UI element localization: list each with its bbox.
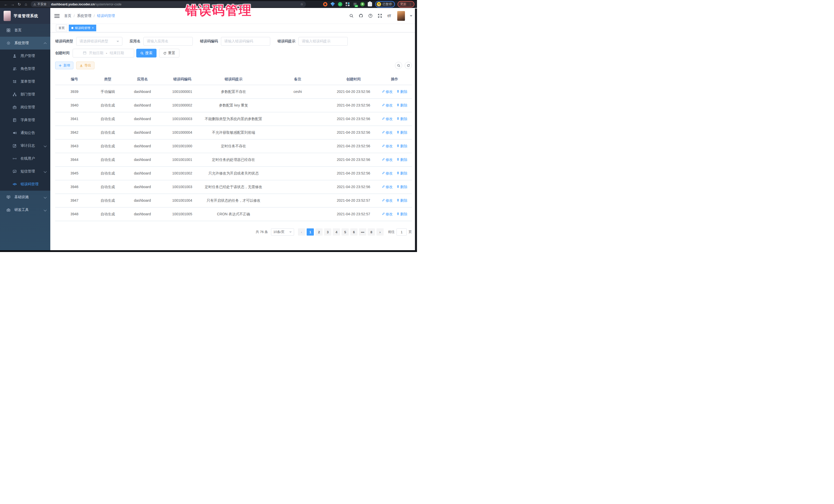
edit-link[interactable]: 修改: [382, 116, 393, 122]
delete-link[interactable]: 删除: [396, 171, 408, 176]
delete-link[interactable]: 删除: [396, 198, 408, 203]
edit-link[interactable]: 修改: [382, 171, 393, 176]
shield-extension[interactable]: [323, 2, 327, 6]
sidebar-item-9[interactable]: 审计日志: [0, 139, 50, 152]
bookmark-star-icon[interactable]: ☆: [300, 2, 303, 6]
sidebar-item-14[interactable]: 研发工具: [0, 203, 50, 216]
avatar[interactable]: [397, 11, 405, 21]
page-button-4[interactable]: 4: [333, 228, 340, 236]
page-button-3[interactable]: 3: [324, 228, 331, 236]
more-pages-icon[interactable]: •••: [359, 228, 366, 236]
error-type-select[interactable]: 请选择错误码类型: [76, 37, 123, 46]
next-page-button[interactable]: ›: [376, 228, 383, 236]
github-icon[interactable]: [358, 13, 364, 19]
refresh-button[interactable]: [405, 62, 412, 69]
page-button-6[interactable]: 6: [350, 228, 357, 236]
app-name-input[interactable]: 请输入应用名: [144, 37, 193, 46]
breadcrumb-system[interactable]: 系统管理: [77, 14, 91, 18]
sidebar-item-0[interactable]: 首页: [0, 24, 50, 37]
sidebar-item-label: 基础设施: [14, 195, 29, 199]
edit-link[interactable]: 修改: [382, 130, 393, 135]
delete-icon: [396, 184, 399, 190]
sidebar-item-2[interactable]: 用户管理: [0, 49, 50, 62]
edit-link[interactable]: 修改: [382, 103, 393, 108]
search-button[interactable]: 搜索: [136, 49, 156, 58]
edit-link[interactable]: 修改: [382, 157, 393, 162]
sidebar-item-6[interactable]: 岗位管理: [0, 101, 50, 114]
home-icon[interactable]: ⌂: [23, 2, 29, 6]
cell-actions: 修改删除: [377, 167, 412, 180]
sidebar-item-5[interactable]: 部门管理: [0, 88, 50, 101]
export-button[interactable]: 导出: [76, 62, 94, 69]
delete-link[interactable]: 删除: [396, 89, 408, 94]
goto-page-input[interactable]: 1: [396, 228, 407, 236]
cell-message: 参数配置 key 重复: [201, 98, 266, 112]
sidebar-item-12[interactable]: </>错误码管理: [0, 178, 50, 191]
toggle-search-button[interactable]: [395, 62, 402, 69]
delete-link[interactable]: 删除: [396, 157, 408, 162]
help-icon[interactable]: [368, 13, 373, 19]
delete-link[interactable]: 删除: [396, 144, 408, 149]
edit-link[interactable]: 修改: [382, 212, 393, 217]
edit-link[interactable]: 修改: [382, 144, 393, 149]
delete-link[interactable]: 删除: [396, 116, 408, 122]
sidebar-item-8[interactable]: 通知公告: [0, 127, 50, 139]
sidebar-item-1[interactable]: 系统管理: [0, 37, 50, 49]
page-size-select[interactable]: 10条/页: [271, 228, 294, 236]
page-button-2[interactable]: 2: [315, 228, 323, 236]
gem-extension[interactable]: [331, 2, 335, 6]
reload-icon[interactable]: ↻: [16, 2, 23, 7]
close-icon[interactable]: ×: [92, 26, 94, 29]
address-bar[interactable]: ⚠ 不安全 dashboard.yudao.iocoder.cn /system…: [31, 1, 306, 7]
edit-icon: [382, 198, 385, 203]
browser-profile-chip[interactable]: 已暂停: [375, 1, 395, 7]
sidebar-item-13[interactable]: 基础设施: [0, 191, 50, 203]
forward-icon[interactable]: →: [9, 2, 16, 6]
edit-link[interactable]: 修改: [382, 184, 393, 190]
reset-button[interactable]: 重置: [159, 49, 179, 58]
sidebar-item-11[interactable]: 短信管理: [0, 165, 50, 178]
puzzle-extension[interactable]: [368, 2, 372, 6]
date-range-picker[interactable]: 开始日期 - 结束日期: [73, 49, 134, 58]
font-size-icon[interactable]: tT: [387, 13, 392, 19]
page-button-1[interactable]: 1: [307, 228, 314, 236]
sidebar-item-7[interactable]: 字典管理: [0, 114, 50, 127]
fullscreen-icon[interactable]: [377, 13, 382, 19]
breadcrumb-separator: /: [94, 14, 95, 18]
page-button-5[interactable]: 5: [342, 228, 349, 236]
add-button[interactable]: 新增: [55, 62, 73, 69]
edit-link[interactable]: 修改: [382, 89, 393, 94]
monkey-extension[interactable]: [360, 2, 365, 6]
edit-link[interactable]: 修改: [382, 198, 393, 203]
caret-down-icon[interactable]: [410, 15, 412, 17]
back-icon[interactable]: ←: [3, 2, 9, 6]
scrollbar-strip[interactable]: [415, 8, 417, 250]
tag-0[interactable]: 首页: [56, 25, 67, 31]
edit-icon: [382, 103, 385, 108]
breadcrumb-home[interactable]: 首页: [64, 14, 71, 18]
delete-link[interactable]: 删除: [396, 212, 408, 217]
sidebar-item-10[interactable]: 在线用户: [0, 152, 50, 165]
error-code-input[interactable]: 请输入错误码编码: [221, 37, 270, 46]
prev-page-button[interactable]: ‹: [298, 228, 305, 236]
grid-extension[interactable]: [345, 2, 350, 6]
cell-message: 参数配置不存在: [201, 85, 266, 98]
delete-link[interactable]: 删除: [396, 130, 408, 135]
delete-link[interactable]: 删除: [396, 184, 408, 190]
dashboard-icon: [6, 28, 11, 32]
kebab-menu-icon[interactable]: ⋮: [409, 3, 412, 6]
hamburger-icon[interactable]: [54, 14, 60, 18]
page-button-8[interactable]: 8: [368, 228, 375, 236]
error-msg-input[interactable]: 请输入错误码提示: [299, 37, 348, 46]
check-extension[interactable]: ✓: [338, 2, 342, 6]
org-tree-icon: [12, 92, 17, 97]
sidebar-item-3[interactable]: 角色管理: [0, 62, 50, 75]
sidebar-item-4[interactable]: 菜单管理: [0, 75, 50, 88]
tag-1[interactable]: 错误码管理×: [69, 25, 96, 31]
search-icon[interactable]: [349, 13, 354, 19]
table-row: 3947自动生成dashboard1001001004只有开启状态的任务，才可以…: [55, 194, 412, 207]
browser-update-button[interactable]: 更新 ⋮: [397, 1, 414, 7]
list-on-extension[interactable]: [353, 2, 357, 6]
delete-link[interactable]: 删除: [396, 103, 408, 108]
cell-type: 自动生成: [94, 139, 122, 153]
